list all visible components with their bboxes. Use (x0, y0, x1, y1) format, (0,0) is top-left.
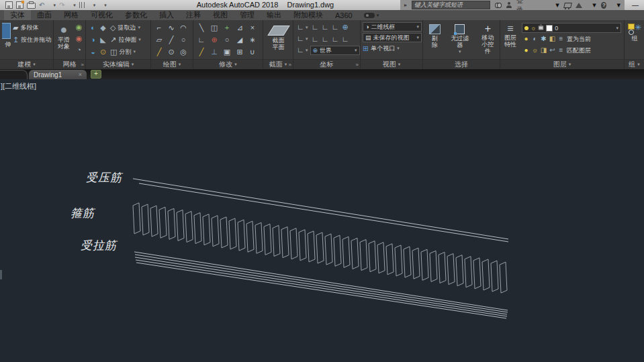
measure-icon[interactable]: ⊥ (210, 46, 220, 58)
stirrup[interactable] (351, 238, 359, 269)
close-tab-icon[interactable]: × (79, 71, 82, 78)
stirrup[interactable] (185, 212, 193, 242)
fillet-edge-icon[interactable]: ◆ (98, 22, 108, 34)
panel-label-section[interactable]: 截面 ▾ » (263, 59, 293, 69)
cad-text-tension-bar[interactable]: 受拉筋 (81, 238, 117, 253)
ribbon-tab-3[interactable]: 网格 (58, 10, 85, 20)
named-view-dropdown[interactable]: ▤ 未保存的视图 ▾ (363, 33, 422, 42)
chevron-down-icon[interactable]: ▾ (397, 46, 400, 51)
extrude-faces-button[interactable]: ↗ 拉伸面 ▾ (110, 34, 141, 46)
ucs-named-icon[interactable]: ∟ (310, 21, 320, 33)
ucs-3point-icon[interactable]: ∟ (330, 21, 340, 33)
redo-icon[interactable]: ↷ (59, 2, 64, 9)
group-button[interactable]: ✳ 组 (628, 21, 641, 42)
layer-isolate-icon[interactable]: ◐ (531, 34, 539, 44)
compression-bar-line[interactable] (133, 179, 508, 239)
stirrup[interactable] (194, 213, 201, 244)
stirrup[interactable] (133, 203, 140, 234)
match-layer-button[interactable]: 匹配图层 (567, 46, 591, 55)
a360-dropdown-icon[interactable]: ▾ (587, 0, 596, 10)
ribbon-tab-5[interactable]: 参数化 (119, 10, 153, 20)
separate-button[interactable]: ◫ 分割 ▾ (110, 46, 141, 58)
compression-bar-line[interactable] (139, 183, 508, 242)
line-icon[interactable]: ╱ (167, 34, 177, 46)
move-gizmo-button[interactable]: + 移动 小控件 (477, 21, 498, 54)
stirrup[interactable] (447, 254, 455, 285)
panel-label-modify[interactable]: 修改 ▾ (193, 59, 263, 69)
stirrup[interactable] (150, 206, 158, 236)
ribbon-tab-2[interactable]: 曲面 (31, 10, 58, 20)
spline-icon[interactable]: ∿ (167, 22, 177, 34)
stirrup[interactable] (456, 255, 463, 286)
panel-label-selection[interactable]: 选择 (423, 59, 500, 69)
rotate-icon[interactable]: ⊕ (210, 34, 220, 46)
stirrup[interactable] (439, 253, 446, 283)
tension-bar-line[interactable] (136, 263, 506, 318)
chevron-down-icon[interactable]: ▾ (138, 37, 141, 42)
stirrup[interactable] (334, 235, 341, 266)
ucs-view-icon[interactable]: ∟ (320, 34, 330, 45)
chevron-down-icon[interactable]: ▾ (306, 36, 308, 42)
undo-dropdown-icon[interactable]: ▾ (48, 0, 56, 10)
media-pill-dropdown-icon[interactable]: ▾ (377, 13, 379, 18)
fillet-icon[interactable]: ∟ (197, 34, 207, 46)
ribbon-tab-8[interactable]: 视图 (207, 10, 234, 20)
plot-icon[interactable] (27, 3, 36, 9)
layer-unlock-icon[interactable]: ◨ (539, 46, 548, 55)
chevron-down-icon[interactable]: ▾ (133, 49, 136, 54)
ucs-y-icon[interactable]: ∟ (340, 34, 351, 45)
move-icon[interactable]: + (222, 22, 232, 34)
undo-icon[interactable]: ↶ (39, 2, 44, 9)
circle-icon[interactable]: ○ (179, 34, 189, 46)
chevron-down-icon[interactable]: ▾ (138, 25, 140, 30)
ribbon-tab-6[interactable]: 插入 (153, 10, 180, 20)
stirrup[interactable] (360, 240, 367, 271)
stirrup[interactable] (491, 261, 498, 291)
stirrup[interactable] (316, 232, 324, 263)
panel-label-draw[interactable]: 绘图 ▾ (151, 59, 193, 69)
stirrup[interactable] (395, 245, 402, 276)
section-plane-button[interactable]: 截面 平面 (265, 21, 293, 50)
new-tab-button[interactable]: + (91, 70, 101, 79)
panel-label-coordinates[interactable]: 坐标 » (293, 59, 360, 69)
stirrup[interactable] (168, 208, 175, 239)
ribbon-tab-1[interactable]: 实体 (4, 10, 31, 20)
ribbon-tab-7[interactable]: 注释 (180, 10, 207, 20)
cad-text-compression-bar[interactable]: 受压筋 (86, 170, 122, 185)
panel-label-mesh[interactable]: 网格 » (54, 59, 85, 69)
explode-icon[interactable]: ∗ (248, 34, 258, 46)
ribbon-tab-4[interactable]: 可视化 (85, 10, 119, 20)
stirrup[interactable] (220, 217, 228, 248)
array-icon[interactable]: ⊞ (235, 46, 245, 58)
chevron-down-icon[interactable]: ▾ (306, 48, 308, 53)
extrude-button-partial[interactable]: 伸 (2, 21, 11, 49)
panel-launcher-icon[interactable]: » (356, 62, 359, 68)
signin-dropdown-icon[interactable]: ▾ (550, 0, 559, 10)
chevron-down-icon[interactable]: ▾ (306, 25, 308, 30)
ucs-world-mini-icon[interactable]: ⊕ (340, 21, 351, 33)
stirrup[interactable] (421, 249, 428, 280)
panel-label-solid-editing[interactable]: 实体编辑 ▾ (86, 59, 150, 69)
search-caret-icon[interactable]: ▸ (404, 2, 407, 9)
scale-icon[interactable]: ▣ (222, 46, 232, 58)
layer-dropdown[interactable]: ☼ 0 ▾ (522, 23, 621, 33)
stirrup[interactable] (473, 258, 481, 289)
stirrup[interactable] (203, 214, 210, 245)
stirrup[interactable] (299, 230, 306, 261)
stirrup[interactable] (212, 216, 219, 246)
ucs-z-icon[interactable]: ∟ (320, 21, 330, 33)
cad-text-stirrup[interactable]: 箍筋 (71, 206, 95, 221)
store-cart-icon[interactable] (563, 3, 571, 8)
ellipse-icon[interactable]: ◎ (179, 46, 189, 58)
a360-icon[interactable] (576, 3, 582, 8)
no-filter-button[interactable]: 无过滤器 ▾ (447, 21, 473, 55)
panel-label-layers[interactable]: 图层 ▾ (500, 59, 624, 69)
set-current-button[interactable]: 置为当前 (567, 35, 591, 44)
stirrup[interactable] (273, 226, 280, 257)
arc-icon[interactable]: ◠ (179, 22, 189, 34)
layer-lock-icon[interactable]: ◧ (548, 34, 557, 44)
stirrup[interactable] (238, 220, 245, 251)
model-space-canvas[interactable]: ][二维线框] 受压筋 箍筋 受拉筋 (0, 79, 644, 362)
drawing-tab[interactable]: Drawing1 × (29, 70, 87, 79)
trim-icon[interactable]: ╲ (197, 22, 207, 34)
